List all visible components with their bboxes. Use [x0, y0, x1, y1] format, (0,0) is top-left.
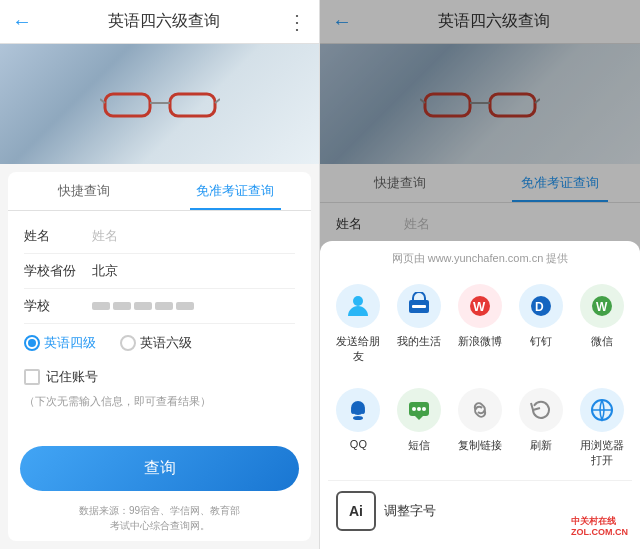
- share-copy-label: 复制链接: [458, 438, 502, 453]
- svg-text:D: D: [535, 300, 544, 314]
- share-qq-icon: [336, 388, 380, 432]
- left-hint-text: （下次无需输入信息，即可查看结果）: [24, 392, 295, 417]
- share-item-qq[interactable]: QQ: [328, 380, 389, 476]
- svg-point-22: [353, 416, 363, 420]
- left-name-input[interactable]: 姓名: [84, 227, 295, 245]
- svg-point-26: [422, 407, 426, 411]
- share-life-icon: [397, 284, 441, 328]
- left-header-title: 英语四六级查询: [40, 11, 287, 32]
- share-item-browser[interactable]: 用浏览器打开: [571, 380, 632, 476]
- share-item-life[interactable]: 我的生活: [389, 276, 450, 372]
- share-qq-label: QQ: [350, 438, 367, 450]
- share-item-friend[interactable]: 发送给朋友: [328, 276, 389, 372]
- left-tabs: 快捷查询 免准考证查询: [8, 172, 311, 211]
- remember-label: 记住账号: [46, 368, 98, 386]
- share-refresh-label: 刷新: [530, 438, 552, 453]
- svg-point-24: [412, 407, 416, 411]
- left-tab-free[interactable]: 免准考证查询: [160, 172, 312, 210]
- adjust-label: 调整字号: [384, 502, 436, 520]
- share-browser-label: 用浏览器打开: [575, 438, 628, 468]
- watermark-text: 中关村在线: [571, 516, 616, 526]
- left-name-row: 姓名 姓名: [24, 219, 295, 254]
- svg-rect-0: [105, 94, 150, 116]
- left-school-label: 学校: [24, 297, 84, 315]
- left-tab-quick[interactable]: 快捷查询: [8, 172, 160, 210]
- share-wechat-icon: W: [580, 284, 624, 328]
- share-source-text: 网页由 www.yunchafen.com.cn 提供: [320, 241, 640, 272]
- left-back-icon[interactable]: ←: [12, 10, 32, 33]
- left-radio-6[interactable]: 英语六级: [120, 334, 192, 352]
- svg-text:W: W: [596, 300, 608, 314]
- radio-6-circle: [120, 335, 136, 351]
- share-item-sms[interactable]: 短信: [389, 380, 450, 476]
- share-row-2: QQ 短信 复制链接 刷新: [320, 376, 640, 480]
- left-panel: ← 英语四六级查询 ⋮ 快捷查询 免准考证查询 姓名 姓名 学校省份 北京: [0, 0, 320, 549]
- left-province-value[interactable]: 北京: [84, 262, 295, 280]
- left-radio-4[interactable]: 英语四级: [24, 334, 96, 352]
- share-life-label: 我的生活: [397, 334, 441, 349]
- left-form: 姓名 姓名 学校省份 北京 学校 英语四级: [8, 211, 311, 442]
- svg-point-25: [417, 407, 421, 411]
- share-dingding-icon: D: [519, 284, 563, 328]
- radio-4-circle: [24, 335, 40, 351]
- share-weibo-icon: W: [458, 284, 502, 328]
- left-header: ← 英语四六级查询 ⋮: [0, 0, 319, 44]
- left-name-label: 姓名: [24, 227, 84, 245]
- query-button[interactable]: 查询: [20, 446, 299, 491]
- share-browser-icon: [580, 388, 624, 432]
- share-copy-icon: [458, 388, 502, 432]
- radio-4-label: 英语四级: [44, 334, 96, 352]
- left-hero-image: [0, 44, 319, 164]
- share-weibo-label: 新浪微博: [458, 334, 502, 349]
- left-footer: 数据来源：99宿舍、学信网、教育部 考试中心综合查询网。: [8, 499, 311, 541]
- share-friend-label: 发送给朋友: [332, 334, 385, 364]
- left-school-row: 学校: [24, 289, 295, 324]
- share-item-copy[interactable]: 复制链接: [450, 380, 511, 476]
- share-sheet: 网页由 www.yunchafen.com.cn 提供 发送给朋友 我的生活 W: [320, 241, 640, 549]
- share-refresh-icon: [519, 388, 563, 432]
- share-sms-icon: [397, 388, 441, 432]
- left-radio-group: 英语四级 英语六级: [24, 324, 295, 362]
- adjust-font-icon: Ai: [336, 491, 376, 531]
- adjust-ai-text: Ai: [349, 503, 363, 519]
- left-checkbox-row[interactable]: 记住账号: [24, 362, 295, 392]
- left-more-icon[interactable]: ⋮: [287, 10, 307, 34]
- left-province-row: 学校省份 北京: [24, 254, 295, 289]
- share-item-refresh[interactable]: 刷新: [510, 380, 571, 476]
- svg-point-10: [353, 296, 363, 306]
- svg-text:W: W: [473, 299, 486, 314]
- watermark: 中关村在线 ZOL.COM.CN: [567, 514, 632, 541]
- left-card: 快捷查询 免准考证查询 姓名 姓名 学校省份 北京 学校: [8, 172, 311, 541]
- svg-rect-1: [170, 94, 215, 116]
- left-school-input[interactable]: [84, 302, 295, 310]
- share-row-1: 发送给朋友 我的生活 W 新浪微博 D 钉钉: [320, 272, 640, 376]
- school-placeholder-bars: [92, 302, 287, 310]
- share-dingding-label: 钉钉: [530, 334, 552, 349]
- watermark-url: ZOL.COM.CN: [571, 527, 628, 537]
- svg-rect-12: [412, 305, 426, 308]
- share-item-weibo[interactable]: W 新浪微博: [450, 276, 511, 372]
- svg-point-21: [361, 408, 365, 414]
- share-item-wechat[interactable]: W 微信: [571, 276, 632, 372]
- share-friend-icon: [336, 284, 380, 328]
- share-wechat-label: 微信: [591, 334, 613, 349]
- svg-point-20: [351, 408, 355, 414]
- share-item-dingding[interactable]: D 钉钉: [510, 276, 571, 372]
- share-sms-label: 短信: [408, 438, 430, 453]
- left-province-label: 学校省份: [24, 262, 84, 280]
- radio-6-label: 英语六级: [140, 334, 192, 352]
- glasses-decoration: [100, 79, 220, 129]
- right-panel: ← 英语四六级查询 快捷查询 免准考证查询 姓名 姓名 学校省份 北京: [320, 0, 640, 549]
- remember-checkbox[interactable]: [24, 369, 40, 385]
